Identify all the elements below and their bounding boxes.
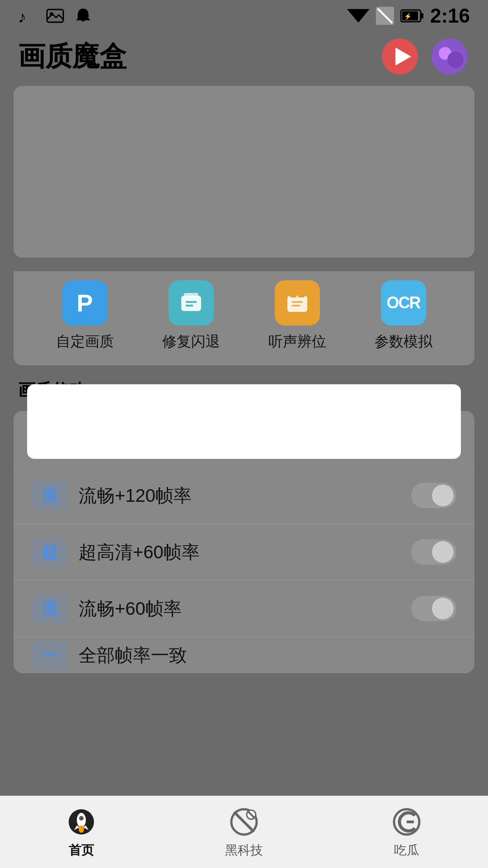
svg-point-14 (447, 52, 464, 68)
toggle-knob-1 (432, 485, 454, 506)
svg-text:♪: ♪ (18, 8, 26, 25)
badge-2: 超 (32, 538, 68, 566)
svg-rect-16 (184, 293, 198, 297)
svg-rect-19 (287, 296, 307, 312)
item-label-2: 超高清+60帧率 (79, 540, 400, 565)
shortcuts-row: P 自定画质 修复闪退 听声辨位 OCR (14, 271, 474, 365)
banner-area (14, 86, 474, 258)
header-action-icons[interactable] (380, 36, 470, 77)
app-header: 画质魔盒 (0, 32, 488, 86)
badge-3: 流 (32, 594, 68, 623)
bell-icon (74, 7, 92, 25)
play-icon[interactable] (380, 36, 420, 77)
toggle-knob-4 (432, 644, 454, 666)
fix-crash-label: 修复闪退 (162, 332, 220, 352)
fix-crash-icon (169, 280, 214, 326)
nav-item-gossip[interactable]: 吃瓜 (325, 806, 488, 859)
item-label-3: 流畅+60帧率 (79, 596, 400, 621)
nav-label-gossip: 吃瓜 (394, 842, 419, 859)
toggle-knob-2 (432, 541, 454, 563)
blacktech-icon (228, 806, 260, 838)
home-rocket-icon (65, 806, 98, 838)
toggle-3[interactable] (411, 596, 456, 621)
toggle-2[interactable] (411, 539, 456, 565)
param-sim-icon: OCR (381, 280, 426, 326)
gossip-icon (390, 806, 423, 838)
svg-rect-20 (290, 293, 296, 297)
nav-label-home: 首页 (69, 842, 94, 859)
custom-quality-icon: P (62, 280, 108, 326)
nav-label-blacktech: 黑科技 (225, 842, 263, 859)
status-time: 2:16 (430, 5, 470, 27)
image-icon (45, 6, 65, 26)
toggle-knob-3 (432, 598, 454, 619)
svg-point-28 (79, 816, 84, 821)
toggle-1[interactable] (411, 483, 456, 508)
svg-rect-15 (181, 296, 201, 311)
svg-marker-3 (347, 9, 370, 23)
badge-4: 一 (32, 641, 68, 670)
sound-locate-label: 听声辨位 (268, 332, 326, 352)
nav-item-home[interactable]: 首页 (0, 806, 163, 859)
settings-item-4[interactable]: 一 全部帧率一致 (14, 637, 474, 673)
svg-point-29 (79, 826, 84, 833)
sound-locate-icon (275, 280, 320, 326)
item-label-4: 全部帧率一致 (79, 643, 400, 668)
status-bar: ♪ ⚡ 2:16 (0, 0, 488, 32)
bottom-nav: 首页 黑科技 吃瓜 (0, 796, 488, 868)
profile-icon[interactable] (429, 36, 470, 77)
shortcut-fix-crash[interactable]: 修复闪退 (162, 280, 220, 352)
signal-icon (376, 7, 394, 25)
shortcut-sound-locate[interactable]: 听声辨位 (268, 280, 326, 352)
battery-icon: ⚡ (400, 8, 424, 24)
svg-rect-7 (421, 13, 423, 19)
wifi-icon (347, 7, 370, 25)
tiktok-icon: ♪ (18, 7, 36, 25)
app-title: 画质魔盒 (18, 38, 127, 75)
svg-text:⚡: ⚡ (404, 13, 412, 20)
shortcut-custom-quality[interactable]: P 自定画质 (56, 280, 114, 352)
custom-quality-label: 自定画质 (56, 332, 114, 352)
popup-overlay (27, 384, 461, 459)
shortcut-param-sim[interactable]: OCR 参数模拟 (375, 280, 432, 352)
param-sim-label: 参数模拟 (375, 332, 432, 352)
badge-1: 流 (32, 481, 68, 510)
svg-rect-21 (298, 293, 305, 297)
settings-item-3[interactable]: 流 流畅+60帧率 (14, 580, 474, 637)
settings-item-1[interactable]: 流 流畅+120帧率 (14, 467, 474, 524)
settings-item-2[interactable]: 超 超高清+60帧率 (14, 524, 474, 580)
item-label-1: 流畅+120帧率 (79, 483, 400, 508)
status-left-icons: ♪ (18, 6, 92, 26)
status-right-icons: ⚡ 2:16 (347, 5, 470, 27)
nav-item-blacktech[interactable]: 黑科技 (163, 806, 325, 859)
